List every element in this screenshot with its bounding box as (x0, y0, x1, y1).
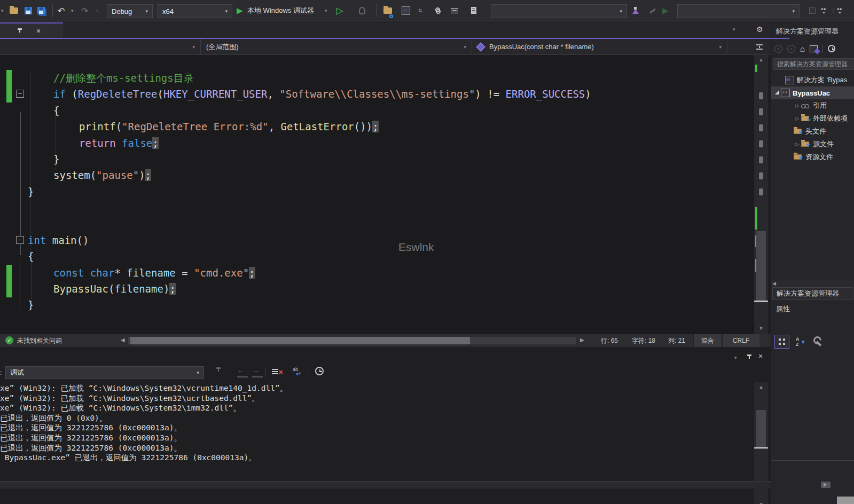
code-line[interactable]: int main() (0, 232, 736, 248)
toolbar-overflow-caret[interactable]: ▾ (1, 3, 4, 18)
code-line[interactable]: BypassUac(filename); (0, 281, 736, 297)
close-icon[interactable]: × (36, 27, 41, 35)
sync-with-explorer-button[interactable] (402, 3, 410, 18)
timestamp-clock-icon[interactable] (315, 367, 324, 375)
column-indicator[interactable]: 列: 21 (668, 334, 685, 347)
tree-item-header-files[interactable]: 头文件 (771, 125, 854, 138)
scroll-down-icon[interactable]: ▼ (754, 325, 768, 332)
scroll-left-icon[interactable]: ◀ (772, 281, 776, 286)
tree-item-source-files[interactable]: ▷源文件 (771, 138, 854, 151)
toolbar-secondary-dropdown[interactable]: ▾ (677, 4, 800, 18)
scrollbar-thumb[interactable] (130, 337, 470, 344)
code-line[interactable]: //删除整个ms-settings目录 (0, 70, 736, 86)
redo-button[interactable]: ↷ (81, 3, 88, 18)
toolbar-extra-button[interactable] (809, 3, 816, 18)
start-debug-play-icon[interactable]: ▶ (237, 3, 243, 18)
fold-collapse-icon[interactable]: − (16, 90, 24, 98)
code-line[interactable]: const char* filename = "cmd.exe"; (0, 265, 736, 281)
scrollbar-thumb[interactable] (756, 410, 766, 447)
tree-item-references[interactable]: ▷引用 (771, 99, 854, 112)
clear-all-icon[interactable] (271, 367, 282, 377)
scrollbar-thumb[interactable] (756, 231, 766, 301)
corner-scroll-icon[interactable] (821, 482, 831, 488)
home-icon[interactable]: ⌂ (800, 44, 805, 53)
immediate-window-button[interactable] (470, 3, 479, 18)
code-line[interactable]: } (0, 184, 736, 200)
scroll-up-icon[interactable]: ▲ (754, 56, 768, 64)
find-in-files-button[interactable] (383, 3, 392, 18)
code-line[interactable] (0, 216, 736, 232)
test-explorer-button[interactable] (631, 3, 640, 18)
code-editor[interactable]: −− //删除整个ms-settings目录if (RegDeleteTree(… (0, 55, 754, 334)
save-button[interactable] (25, 3, 32, 18)
char-indicator[interactable]: 字符: 18 (632, 334, 655, 347)
platform-dropdown[interactable]: x64▾ (158, 4, 232, 18)
scroll-right-icon[interactable]: ▶ (580, 337, 584, 343)
toolbar-split-caret[interactable]: ⇅ (418, 3, 422, 18)
code-line[interactable]: } (0, 297, 736, 313)
redo-caret[interactable]: ▾ (96, 3, 99, 18)
start-debugging-button[interactable]: 本地 Windows 调试器 (247, 3, 314, 18)
undo-caret[interactable]: ▾ (71, 3, 74, 18)
code-line[interactable]: printf("RegDeleteTree Error:%d", GetLast… (0, 119, 736, 135)
output-text[interactable]: xe” (Win32): 已加载 “C:\Windows\System32\vc… (0, 383, 748, 463)
start-without-debug-icon[interactable]: ▶ (336, 3, 343, 18)
code-line[interactable] (0, 200, 736, 216)
tree-item-resource-files[interactable]: 资源文件 (771, 151, 854, 163)
code-line[interactable]: if (RegDeleteTree(HKEY_CURRENT_USER, "So… (0, 86, 736, 102)
edit-button[interactable] (648, 3, 657, 18)
toolbar-overflow-left[interactable]: ▸▸▾ (821, 3, 827, 18)
editor-horizontal-scrollbar[interactable] (128, 337, 576, 344)
encoding-mode-indicator[interactable]: 混合 (693, 334, 721, 347)
code-line[interactable]: { (0, 248, 736, 264)
solution-config-dropdown[interactable]: Debug▾ (107, 4, 153, 18)
tree-item-solution[interactable]: 解决方案 'Bypas (771, 74, 854, 86)
save-all-button[interactable] (37, 3, 45, 18)
scroll-down-icon[interactable]: ▼ (754, 501, 768, 504)
start-debug-caret[interactable]: ▾ (325, 3, 327, 18)
alphabetical-sort-button[interactable]: ▾ (796, 336, 806, 347)
categorized-view-button[interactable] (774, 335, 789, 349)
tree-horizontal-scrollbar[interactable]: ◀ (771, 280, 854, 287)
split-editor-icon[interactable] (755, 43, 764, 51)
output-horizontal-scrollbar[interactable] (0, 481, 831, 489)
previous-message-icon[interactable]: ← (237, 367, 248, 377)
back-icon[interactable]: ‹ (774, 45, 782, 53)
output-source-dropdown[interactable]: 调试▾ (5, 366, 204, 379)
hot-reload-icon[interactable] (359, 3, 365, 18)
branch-view-button[interactable] (434, 3, 442, 18)
tab-list-caret[interactable]: ▾ (733, 27, 735, 32)
code-line[interactable]: { (0, 103, 736, 119)
window-position-caret[interactable]: ▾ (734, 355, 737, 360)
undo-button[interactable]: ↶ (58, 3, 65, 18)
tree-item-external-deps[interactable]: ▷↻外部依赖项 (771, 112, 854, 125)
output-panel-header[interactable]: ▾ × (0, 350, 772, 364)
open-file-button[interactable] (10, 3, 18, 18)
code-line[interactable]: } (0, 151, 736, 167)
line-ending-indicator[interactable]: CRLF (722, 334, 759, 347)
code-line[interactable]: return false; (0, 135, 736, 151)
property-pages-wrench-icon[interactable] (813, 336, 825, 348)
expander-open-icon[interactable] (775, 90, 779, 94)
expander-collapsed-icon[interactable]: ▷ (794, 141, 801, 147)
expander-collapsed-icon[interactable]: ▷ (794, 116, 801, 121)
solution-search-input[interactable]: 搜索解决方案资源管理器 (773, 58, 854, 70)
word-wrap-icon[interactable] (293, 367, 303, 377)
toolbar-overflow-right[interactable]: ▸▸▾ (837, 3, 843, 18)
forward-icon[interactable]: › (787, 45, 795, 53)
active-document-tab[interactable]: × (0, 22, 63, 38)
line-indicator[interactable]: 行: 65 (601, 334, 618, 347)
expander-collapsed-icon[interactable]: ▷ (794, 103, 801, 108)
sync-solution-icon[interactable] (810, 45, 818, 52)
member-dropdown[interactable]: BypassUac(const char * filename)▾ (472, 39, 727, 54)
scroll-up-icon[interactable]: ▲ (754, 383, 768, 391)
run-tests-play-icon[interactable]: ▶ (662, 3, 669, 18)
next-message-icon[interactable]: → (252, 367, 263, 377)
scroll-left-icon[interactable]: ◀ (121, 337, 125, 343)
tree-item-project-bypassuac[interactable]: BypassUac (771, 86, 854, 99)
problems-status[interactable]: 未找到相关问题 (17, 334, 62, 347)
tool-window-tab-solution-explorer[interactable]: 解决方案资源管理器 (772, 287, 853, 300)
fold-collapse-icon[interactable]: − (16, 236, 24, 244)
scope-dropdown[interactable]: (全局范围)▾ (201, 39, 472, 54)
gear-icon[interactable]: ⚙ (756, 25, 763, 34)
